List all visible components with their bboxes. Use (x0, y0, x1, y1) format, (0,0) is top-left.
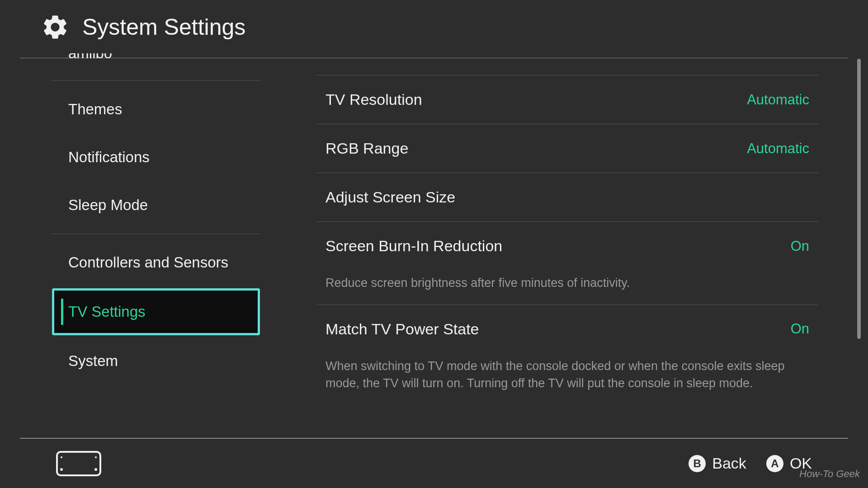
sidebar-divider (52, 234, 260, 234)
a-button-icon: A (766, 455, 783, 472)
controller-icon[interactable] (56, 451, 101, 476)
setting-value: Automatic (747, 141, 809, 157)
scrollbar[interactable] (857, 59, 861, 339)
setting-description: Reduce screen brightness after five minu… (316, 266, 818, 305)
sidebar-item-controllers[interactable]: Controllers and Sensors (52, 239, 260, 286)
setting-value: On (791, 321, 809, 337)
sidebar-divider (52, 80, 260, 81)
sidebar-item-tv-settings[interactable]: TV Settings (52, 288, 260, 335)
content: amiibo Themes Notifications Sleep Mode C… (0, 59, 868, 488)
setting-burn-in[interactable]: Screen Burn-In Reduction On (316, 221, 818, 270)
footer: B Back A OK (20, 438, 848, 488)
setting-description: When switching to TV mode with the conso… (316, 349, 818, 405)
header: System Settings (0, 0, 868, 55)
gear-icon (41, 13, 70, 42)
b-button-icon: B (689, 455, 706, 472)
sidebar-item-sleep-mode[interactable]: Sleep Mode (52, 181, 260, 229)
setting-label: TV Resolution (326, 91, 422, 108)
sidebar: amiibo Themes Notifications Sleep Mode C… (0, 59, 280, 488)
sidebar-item-system[interactable]: System (52, 337, 260, 385)
setting-value: On (791, 238, 809, 254)
back-label: Back (712, 455, 746, 472)
ok-label: OK (790, 455, 812, 472)
setting-label: Screen Burn-In Reduction (326, 237, 502, 255)
sidebar-item-amiibo[interactable]: amiibo (52, 53, 260, 76)
footer-buttons: B Back A OK (689, 455, 812, 472)
ok-button[interactable]: A OK (766, 455, 812, 472)
setting-label: RGB Range (326, 140, 408, 157)
setting-label: Match TV Power State (326, 320, 479, 338)
setting-label: Adjust Screen Size (326, 188, 455, 206)
setting-tv-resolution[interactable]: TV Resolution Automatic (316, 75, 818, 124)
page-title: System Settings (82, 14, 245, 40)
main-panel: TV Resolution Automatic RGB Range Automa… (280, 59, 868, 488)
setting-adjust-screen-size[interactable]: Adjust Screen Size (316, 173, 818, 221)
setting-value: Automatic (747, 92, 809, 108)
setting-match-tv-power[interactable]: Match TV Power State On (316, 305, 818, 353)
back-button[interactable]: B Back (689, 455, 746, 472)
sidebar-item-themes[interactable]: Themes (52, 85, 260, 133)
setting-rgb-range[interactable]: RGB Range Automatic (316, 124, 818, 173)
sidebar-item-notifications[interactable]: Notifications (52, 133, 260, 181)
